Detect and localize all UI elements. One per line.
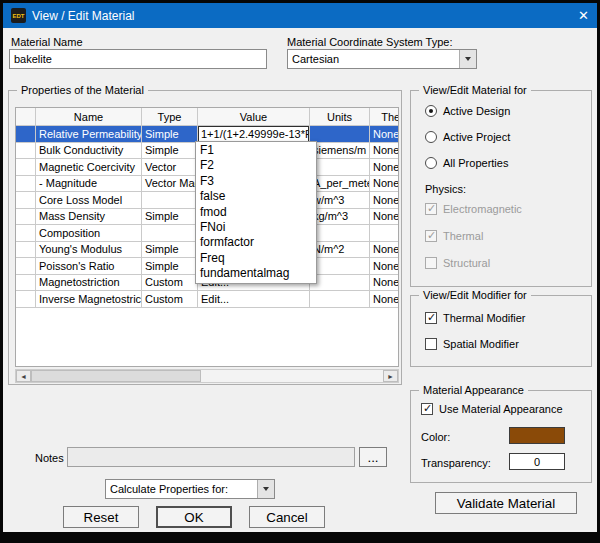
validate-material-button[interactable]: Validate Material	[435, 492, 577, 514]
row-selector[interactable]	[16, 242, 36, 259]
property-units-cell[interactable]	[310, 291, 370, 308]
autocomplete-item[interactable]: F3	[196, 174, 316, 189]
horizontal-scrollbar[interactable]: ◄ ►	[15, 369, 399, 383]
value-edit-input[interactable]: 1+1/(1+2.49999e-13*F	[198, 126, 309, 142]
property-type-cell[interactable]: Simple	[142, 143, 198, 160]
autocomplete-item[interactable]: false	[196, 189, 316, 204]
material-name-input[interactable]: bakelite	[9, 49, 267, 69]
property-units-cell[interactable]: A_per_meter	[310, 176, 370, 193]
checkbox-use-material-appearance[interactable]: Use Material Appearance	[421, 403, 563, 415]
color-swatch-button[interactable]	[509, 427, 565, 444]
checkbox-spatial-modifier[interactable]: Spatial Modifier	[425, 338, 519, 350]
checkbox-electromagnetic: Electromagnetic	[425, 203, 522, 215]
autocomplete-item[interactable]: formfactor	[196, 235, 316, 250]
row-selector[interactable]	[16, 258, 36, 275]
property-name-cell[interactable]: Core Loss Model	[36, 192, 142, 209]
property-type-cell[interactable]: Simple	[142, 209, 198, 226]
property-thermal-cell[interactable]: None	[370, 258, 399, 275]
material-name-label: Material Name	[11, 36, 83, 48]
property-thermal-cell[interactable]: None	[370, 242, 399, 259]
property-name-cell[interactable]: Bulk Conductivity	[36, 143, 142, 160]
transparency-label: Transparency:	[421, 457, 491, 469]
cancel-button[interactable]: Cancel	[249, 506, 325, 528]
property-units-cell[interactable]	[310, 126, 370, 143]
radio-active-project[interactable]: Active Project	[425, 131, 510, 143]
notes-input[interactable]	[67, 447, 355, 467]
chevron-down-icon[interactable]	[459, 50, 476, 68]
row-selector[interactable]	[16, 159, 36, 176]
property-units-cell[interactable]	[310, 225, 370, 242]
header-value[interactable]: Value	[198, 108, 310, 126]
property-type-cell[interactable]: Simple	[142, 126, 198, 143]
property-type-cell[interactable]	[142, 225, 198, 242]
row-selector[interactable]	[16, 126, 36, 143]
row-selector[interactable]	[16, 225, 36, 242]
scrollbar-thumb[interactable]	[31, 370, 201, 382]
autocomplete-item[interactable]: F1	[196, 143, 316, 158]
property-thermal-cell[interactable]: None	[370, 126, 399, 143]
notes-browse-button[interactable]: ...	[359, 447, 387, 467]
property-units-cell[interactable]: kg/m^3	[310, 209, 370, 226]
property-name-cell[interactable]: Magnetostriction	[36, 275, 142, 292]
property-units-cell[interactable]: w/m^3	[310, 192, 370, 209]
autocomplete-item[interactable]: fundamentalmag	[196, 266, 316, 281]
property-thermal-cell[interactable]: None	[370, 291, 399, 308]
property-units-cell[interactable]	[310, 258, 370, 275]
property-value-cell[interactable]: Edit...	[198, 291, 310, 308]
property-thermal-cell[interactable]: None	[370, 209, 399, 226]
header-units[interactable]: Units	[310, 108, 370, 126]
scrollbar-track[interactable]	[201, 370, 383, 382]
property-name-cell[interactable]: - Magnitude	[36, 176, 142, 193]
property-type-cell[interactable]: Simple	[142, 258, 198, 275]
property-units-cell[interactable]: siemens/m	[310, 143, 370, 160]
property-type-cell[interactable]: Custom	[142, 291, 198, 308]
scroll-left-icon[interactable]: ◄	[16, 370, 31, 382]
row-selector[interactable]	[16, 291, 36, 308]
property-name-cell[interactable]: Inverse Magnetostriction	[36, 291, 142, 308]
property-thermal-cell[interactable]: None	[370, 275, 399, 292]
property-thermal-cell[interactable]	[370, 225, 399, 242]
property-units-cell[interactable]: N/m^2	[310, 242, 370, 259]
property-thermal-cell[interactable]: None	[370, 159, 399, 176]
row-selector[interactable]	[16, 275, 36, 292]
property-type-cell[interactable]: Simple	[142, 242, 198, 259]
header-name[interactable]: Name	[36, 108, 142, 126]
property-name-cell[interactable]: Magnetic Coercivity	[36, 159, 142, 176]
coordinate-system-select[interactable]: Cartesian	[287, 49, 477, 69]
property-type-cell[interactable]: Vector Mag	[142, 176, 198, 193]
chevron-down-icon[interactable]	[257, 480, 274, 498]
property-units-cell[interactable]	[310, 159, 370, 176]
transparency-button[interactable]: 0	[509, 453, 565, 470]
radio-all-properties[interactable]: All Properties	[425, 157, 508, 169]
header-type[interactable]: Type	[142, 108, 198, 126]
checkbox-thermal-modifier[interactable]: Thermal Modifier	[425, 312, 526, 324]
property-type-cell[interactable]: Custom	[142, 275, 198, 292]
property-type-cell[interactable]	[142, 192, 198, 209]
autocomplete-item[interactable]: Freq	[196, 251, 316, 266]
property-name-cell[interactable]: Poisson's Ratio	[36, 258, 142, 275]
row-selector[interactable]	[16, 192, 36, 209]
ok-button[interactable]: OK	[156, 506, 232, 528]
property-thermal-cell[interactable]: None	[370, 143, 399, 160]
autocomplete-item[interactable]: fmod	[196, 205, 316, 220]
property-thermal-cell[interactable]: None	[370, 192, 399, 209]
property-name-cell[interactable]: Relative Permeability	[36, 126, 142, 143]
autocomplete-item[interactable]: FNoi	[196, 220, 316, 235]
property-name-cell[interactable]: Composition	[36, 225, 142, 242]
row-selector[interactable]	[16, 143, 36, 160]
row-selector[interactable]	[16, 176, 36, 193]
property-name-cell[interactable]: Young's Modulus	[36, 242, 142, 259]
property-units-cell[interactable]	[310, 275, 370, 292]
scroll-right-icon[interactable]: ►	[383, 370, 398, 382]
header-thermal[interactable]: Ther	[370, 108, 399, 126]
property-type-cell[interactable]: Vector	[142, 159, 198, 176]
property-name-cell[interactable]: Mass Density	[36, 209, 142, 226]
radio-active-design[interactable]: Active Design	[425, 105, 510, 117]
autocomplete-item[interactable]: F2	[196, 158, 316, 173]
property-thermal-cell[interactable]: None	[370, 176, 399, 193]
reset-button[interactable]: Reset	[63, 506, 139, 528]
calculate-properties-select[interactable]: Calculate Properties for:	[105, 479, 275, 499]
row-selector[interactable]	[16, 209, 36, 226]
coordinate-system-value: Cartesian	[288, 50, 459, 68]
close-icon[interactable]: ✕	[559, 8, 589, 23]
